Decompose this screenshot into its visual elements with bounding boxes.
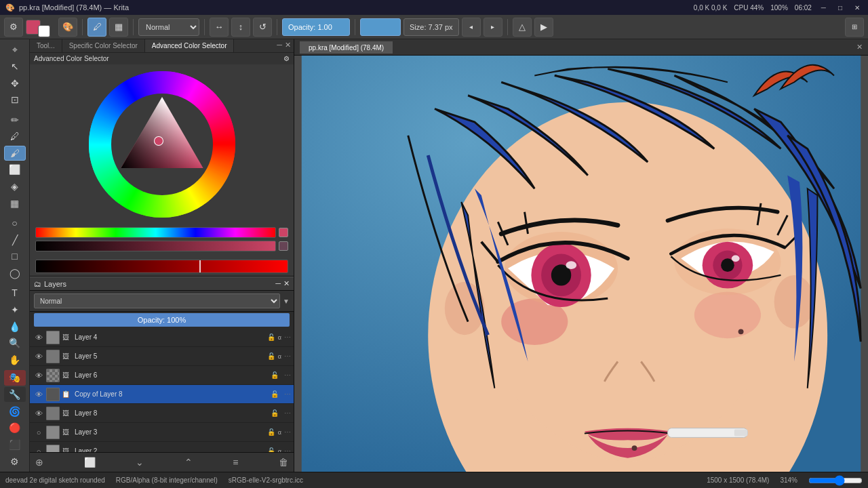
layers-minimize[interactable]: ─ xyxy=(275,279,281,288)
size-decrease-btn[interactable]: ◂ xyxy=(462,18,481,37)
canvas-viewport[interactable] xyxy=(294,56,868,472)
docker-close-btn[interactable]: ✕ xyxy=(285,41,291,51)
tool-rect[interactable]: □ xyxy=(4,249,26,264)
layer-lock-icon[interactable]: 🔓 xyxy=(267,333,275,341)
delete-layer-btn[interactable]: 🗑 xyxy=(277,455,290,469)
zoom-slider[interactable] xyxy=(808,476,863,485)
tool-line[interactable]: ╱ xyxy=(4,232,26,247)
layer-row[interactable]: ○ 🖼 Layer 3 🔓 α ⋯ xyxy=(30,423,294,442)
size-increase-btn[interactable]: ▸ xyxy=(484,18,502,37)
opacity-display[interactable]: Opacity: 1.00 xyxy=(282,18,350,36)
color-wheel-canvas[interactable] xyxy=(87,70,237,219)
tool-blender[interactable]: 🎭 xyxy=(4,370,26,386)
tab-advanced-color[interactable]: Advanced Color Selector xyxy=(145,39,235,52)
tool-ellipse[interactable]: ◯ xyxy=(4,266,26,281)
minimize-button[interactable]: ─ xyxy=(818,4,829,12)
play-btn[interactable]: ▶ xyxy=(534,18,553,37)
tool-plugin3[interactable]: 🔴 xyxy=(4,420,26,436)
color-docker-settings[interactable]: ⚙ xyxy=(283,55,290,62)
tool-fill[interactable]: ◈ xyxy=(4,179,26,195)
tool-eraser[interactable]: ⬜ xyxy=(4,162,26,178)
layer-visibility-toggle[interactable]: 👁 xyxy=(33,409,45,418)
layer-visibility-toggle[interactable]: ○ xyxy=(33,447,45,453)
layer-row[interactable]: 👁 🖼 Layer 8 🔓 ⋯ xyxy=(30,404,294,423)
layer-visibility-toggle[interactable]: 👁 xyxy=(33,371,45,380)
docker-minimize-btn[interactable]: ─ xyxy=(277,41,282,51)
tool-brush[interactable]: 🖌 xyxy=(4,146,26,161)
layer-row[interactable]: 👁 🖼 Layer 6 🔓 ⋯ xyxy=(30,366,294,385)
layer-lock-icon[interactable]: 🔓 xyxy=(267,447,275,452)
tool-calligraphy[interactable]: 🖊 xyxy=(4,129,26,144)
layer-options-icon[interactable]: ⋯ xyxy=(284,409,291,417)
tool-shapes[interactable]: ○ xyxy=(4,216,26,231)
layers-close[interactable]: ✕ xyxy=(283,279,290,288)
brush-color-preview[interactable] xyxy=(360,18,401,36)
layer-row[interactable]: 👁 🖼 Layer 4 🔓 α ⋯ xyxy=(30,328,294,347)
layer-visibility-toggle[interactable]: 👁 xyxy=(33,390,45,399)
tool-transform[interactable]: ✥ xyxy=(4,75,26,91)
maximize-button[interactable]: □ xyxy=(835,4,845,12)
tool-pan[interactable]: ✋ xyxy=(4,352,26,368)
add-group-btn[interactable]: ⬜ xyxy=(83,455,97,469)
layer-visibility-toggle[interactable]: ○ xyxy=(33,428,45,436)
tool-select[interactable]: ↖ xyxy=(4,59,26,75)
layer-row[interactable]: 👁 📋 Copy of Layer 8 🔓 ⋯ xyxy=(30,385,294,404)
layer-visibility-toggle[interactable]: 👁 xyxy=(33,352,45,361)
grid-btn[interactable]: ▦ xyxy=(109,18,128,37)
tool-plugin[interactable]: 🔧 xyxy=(4,387,26,403)
tool-freeform[interactable]: ⌖ xyxy=(4,42,26,58)
fullscreen-btn[interactable]: ⊞ xyxy=(845,18,864,37)
color-settings[interactable]: 🎨 xyxy=(58,18,77,37)
canvas-tab-main[interactable]: pp.kra [Modified] (78.4M) xyxy=(300,41,393,54)
rotate-btn[interactable]: ↺ xyxy=(253,18,272,37)
hue-slider[interactable] xyxy=(35,227,276,238)
tool-crop[interactable]: ⊡ xyxy=(4,92,26,108)
layer-row[interactable]: 👁 🖼 Layer 5 🔓 α ⋯ xyxy=(30,347,294,366)
layer-lock-icon[interactable]: 🔓 xyxy=(271,390,279,398)
layer-options-icon[interactable]: ⋯ xyxy=(284,371,291,379)
layer-lock-icon[interactable]: 🔓 xyxy=(267,352,275,360)
layer-up-btn[interactable]: ⌃ xyxy=(183,455,194,469)
tab-tool-options[interactable]: Tool... xyxy=(30,39,62,52)
layer-options-icon[interactable]: ⋯ xyxy=(284,390,291,398)
canvas-close-btn[interactable]: ✕ xyxy=(856,43,863,52)
mirror-h-btn[interactable]: ↔ xyxy=(210,18,229,37)
add-layer-btn[interactable]: ⊕ xyxy=(34,455,45,469)
tab-specific-color[interactable]: Specific Color Selector xyxy=(62,39,145,52)
color-wheel-container[interactable] xyxy=(87,70,237,219)
mirror-v-btn[interactable]: ↕ xyxy=(231,18,250,37)
layer-visibility-toggle[interactable]: 👁 xyxy=(33,333,45,342)
brush-size-display[interactable]: Size: 7.37 px xyxy=(403,18,459,36)
color-wheel-area[interactable] xyxy=(30,64,294,224)
tool-text[interactable]: T xyxy=(4,285,26,301)
color-swatch-bg[interactable] xyxy=(38,25,50,37)
brush-tool-btn[interactable]: 🖊 xyxy=(87,18,106,37)
layer-options-icon[interactable]: ⋯ xyxy=(284,333,291,341)
layer-options-icon[interactable]: ⋯ xyxy=(284,447,291,452)
layer-lock-icon[interactable]: 🔓 xyxy=(267,428,275,436)
tool-colorpicker[interactable]: 💧 xyxy=(4,319,26,334)
opacity-bar[interactable]: Opacity: 100% xyxy=(34,313,290,327)
tool-freehand[interactable]: ✏ xyxy=(4,112,26,127)
tool-settings[interactable]: ⚙ xyxy=(4,453,26,469)
layer-options-icon[interactable]: ⋯ xyxy=(284,428,291,436)
layer-lock-icon[interactable]: 🔓 xyxy=(271,371,279,379)
layer-options-icon[interactable]: ⋯ xyxy=(284,352,291,360)
close-button[interactable]: ✕ xyxy=(852,4,863,12)
layers-blend-expand[interactable]: ▼ xyxy=(283,298,290,305)
value-slider[interactable] xyxy=(35,241,276,251)
blend-mode-select[interactable]: Normal xyxy=(138,18,199,36)
tool-gradient[interactable]: ▦ xyxy=(4,195,26,211)
tool-path[interactable]: ✦ xyxy=(4,302,26,318)
settings-button[interactable]: ⚙ xyxy=(4,18,23,37)
layer-row[interactable]: ○ 🖼 Layer 2 🔓 α ⋯ xyxy=(30,442,294,452)
tool-plugin2[interactable]: 🌀 xyxy=(4,403,26,419)
red-gradient-bar[interactable] xyxy=(35,260,288,273)
layer-lock-icon[interactable]: 🔓 xyxy=(271,409,279,417)
tool-plugin4[interactable]: ⬛ xyxy=(4,437,26,453)
layer-down-btn[interactable]: ⌄ xyxy=(134,455,145,469)
layers-blend-mode[interactable]: Normal xyxy=(34,293,280,308)
stabilizer-btn[interactable]: △ xyxy=(513,18,532,37)
tool-zoom[interactable]: 🔍 xyxy=(4,336,26,351)
layer-menu-btn[interactable]: ≡ xyxy=(231,455,239,469)
